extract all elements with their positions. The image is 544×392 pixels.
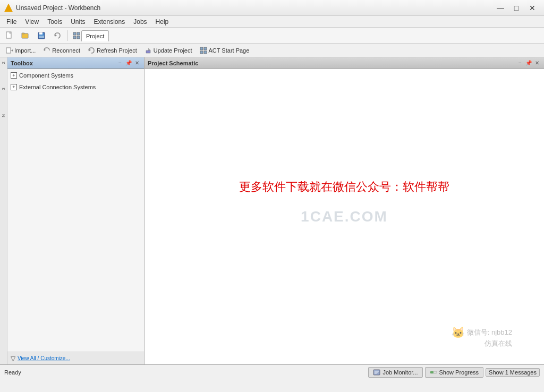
view-all-link[interactable]: View All / Customize...: [18, 355, 70, 361]
window-title: Unsaved Project - Workbench: [16, 4, 100, 12]
new-icon: [5, 31, 14, 40]
svg-rect-11: [6, 48, 11, 53]
refresh-button[interactable]: Refresh Project: [84, 45, 140, 56]
svg-rect-5: [39, 36, 44, 38]
panel-controls: − 📌 ✕: [116, 59, 141, 67]
toolbox-filter-bar: ▽ View All / Customize...: [7, 352, 144, 364]
close-button[interactable]: ✕: [525, 3, 540, 13]
schematic-controls: − 📌 ✕: [516, 59, 541, 67]
svg-marker-14: [44, 49, 46, 51]
undo-button[interactable]: [50, 29, 65, 42]
new-button[interactable]: [2, 29, 17, 42]
open-icon: [21, 31, 30, 40]
ruler-label-3: 3: [1, 88, 6, 90]
update-button[interactable]: Update Project: [141, 45, 196, 56]
menu-file[interactable]: File: [2, 17, 21, 27]
undo-icon: [53, 31, 62, 40]
toolbox-panel: Toolbox − 📌 ✕ + Component Systems + Exte…: [7, 57, 144, 364]
external-systems-header[interactable]: + External Connection Systems: [8, 82, 143, 92]
ruler-label-2: 2: [1, 62, 6, 64]
svg-rect-2: [22, 33, 24, 34]
act-icon: [200, 47, 207, 54]
expand-icon-component: +: [11, 72, 17, 79]
save-icon: [37, 31, 46, 40]
svg-marker-6: [55, 34, 57, 37]
toolbar-separator: [67, 30, 68, 41]
save-button[interactable]: [34, 29, 49, 42]
schematic-title: Project Schematic: [148, 60, 198, 66]
menu-bar: File View Tools Units Extensions Jobs He…: [0, 16, 544, 28]
import-icon: [5, 47, 13, 54]
svg-rect-4: [39, 32, 42, 35]
toolbox-header: Toolbox − 📌 ✕: [7, 57, 144, 69]
status-right: Job Monitor... Show Progress Show 1 Mess…: [368, 367, 540, 378]
schematic-close-btn[interactable]: ✕: [533, 59, 541, 67]
menu-jobs[interactable]: Jobs: [129, 17, 151, 27]
refresh-icon: [88, 47, 95, 54]
toolbox-section-external: + External Connection Systems: [8, 82, 143, 92]
svg-rect-27: [430, 371, 434, 373]
messages-badge[interactable]: Show 1 Messages: [486, 368, 540, 377]
update-icon: [144, 47, 152, 54]
schematic-content: 更多软件下载就在微信公众号：软件帮帮 1CAE.COM 🐱 微信号: njbb1…: [144, 69, 544, 364]
menu-view[interactable]: View: [21, 17, 43, 27]
show-progress-button[interactable]: Show Progress: [425, 367, 484, 378]
schematic-pin-btn[interactable]: 📌: [525, 59, 532, 67]
svg-rect-20: [200, 51, 203, 54]
wechat-site: 仿真在线: [452, 339, 512, 348]
component-systems-header[interactable]: + Component Systems: [8, 70, 143, 81]
toolbox-section-component: + Component Systems: [8, 70, 143, 81]
watermark: 1CAE.COM: [301, 208, 388, 225]
filter-icon: ▽: [11, 355, 15, 362]
wechat-face-icon: 🐱: [452, 326, 465, 339]
reconnect-button[interactable]: Reconnect: [40, 45, 83, 56]
main-layout: 2 3 N Toolbox − 📌 ✕ + Component Systems …: [0, 57, 544, 364]
status-bar: Ready Job Monitor... Show Progress Show …: [0, 364, 544, 379]
svg-rect-10: [77, 36, 80, 39]
menu-units[interactable]: Units: [66, 17, 89, 27]
center-promo-text: 更多软件下载就在微信公众号：软件帮帮: [239, 179, 449, 195]
minimize-button[interactable]: —: [493, 3, 508, 13]
job-monitor-button[interactable]: Job Monitor...: [368, 367, 422, 378]
project-tab-icon: [73, 32, 80, 39]
menu-tools[interactable]: Tools: [43, 17, 66, 27]
svg-rect-19: [204, 47, 207, 50]
schematic-header: Project Schematic − 📌 ✕: [144, 57, 544, 69]
panel-pin-btn[interactable]: 📌: [125, 59, 132, 67]
svg-rect-9: [73, 36, 76, 39]
maximize-button[interactable]: □: [509, 3, 524, 13]
menu-extensions[interactable]: Extensions: [90, 17, 130, 27]
main-toolbar: Project: [0, 28, 544, 44]
panel-close-btn[interactable]: ✕: [133, 59, 141, 67]
act-start-page-button[interactable]: ACT Start Page: [197, 45, 253, 56]
svg-rect-8: [77, 32, 80, 35]
status-ready: Ready: [4, 369, 21, 376]
toolbox-content: + Component Systems + External Connectio…: [7, 69, 144, 352]
schematic-panel: Project Schematic − 📌 ✕ 更多软件下载就在微信公众号：软件…: [144, 57, 544, 364]
window-controls: — □ ✕: [493, 3, 540, 13]
svg-rect-18: [200, 47, 203, 50]
schematic-minimize-btn[interactable]: −: [516, 59, 524, 67]
svg-rect-21: [204, 51, 207, 54]
svg-marker-16: [148, 48, 151, 50]
menu-help[interactable]: Help: [151, 17, 173, 27]
job-monitor-icon: [373, 369, 380, 376]
svg-rect-7: [73, 32, 76, 35]
import-button[interactable]: Import...: [2, 45, 39, 56]
left-ruler: 2 3 N: [0, 57, 7, 364]
reconnect-icon: [43, 47, 50, 54]
expand-icon-external: +: [11, 84, 17, 90]
wechat-overlay: 🐱 微信号: njbb12 仿真在线: [452, 326, 512, 348]
component-systems-label: Component Systems: [19, 72, 73, 79]
panel-minimize-btn[interactable]: −: [116, 59, 124, 67]
wechat-id: 微信号: njbb12: [467, 328, 512, 337]
svg-marker-13: [12, 49, 13, 52]
open-button[interactable]: [18, 29, 33, 42]
external-systems-label: External Connection Systems: [19, 84, 96, 90]
ruler-label-n: N: [1, 114, 6, 117]
secondary-toolbar: Import... Reconnect Refresh Project Upda…: [0, 44, 544, 57]
svg-marker-15: [89, 49, 91, 52]
progress-icon: [430, 369, 437, 376]
title-bar: Unsaved Project - Workbench — □ ✕: [0, 0, 544, 16]
project-tab[interactable]: Project: [81, 30, 109, 41]
